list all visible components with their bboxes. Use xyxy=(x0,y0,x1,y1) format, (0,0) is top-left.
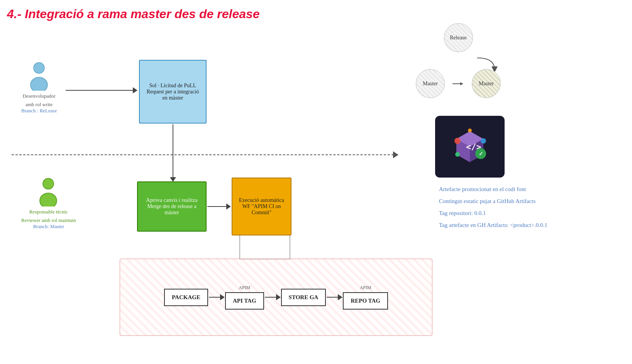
branch-diagram: Release Master Master xyxy=(416,23,501,98)
wf-step-1: PACKAGE xyxy=(164,289,208,306)
info-line-3: Tag repositori: 0.0.1 xyxy=(439,209,613,217)
reviewer-label2: Reviewer amb rol maintain xyxy=(21,217,76,223)
master-left-node: Master xyxy=(416,69,445,98)
info-line-2: Contingut estatic pujat a GitHub Artifac… xyxy=(439,197,613,205)
svg-point-3 xyxy=(40,193,57,207)
workflow-area: PACKAGE APIM API TAG STORE GA APIM REPO … xyxy=(120,259,432,336)
developer-figure: Desenvolupador amb rol write Branch : Re… xyxy=(21,62,57,114)
info-line-4: Tag artefacte en GH Artifacts: <product>… xyxy=(439,221,613,229)
wf-step-3: STORE GA xyxy=(281,289,326,306)
exec-box: Execució automàtica WF "APIM CI on Commi… xyxy=(232,178,291,235)
reviewer-label1: Responsable tècnic xyxy=(29,209,68,215)
apim-label-1: APIM xyxy=(239,285,250,291)
developer-label1: Desenvolupador xyxy=(23,93,56,99)
merge-box: Aprova canvis i realitza Merge des de re… xyxy=(137,181,207,232)
svg-point-14 xyxy=(481,138,486,144)
wf-store-ga-box: STORE GA xyxy=(281,289,326,306)
developer-icon xyxy=(29,62,50,91)
svg-point-13 xyxy=(454,138,461,144)
gh-actions-svg: </> ✓ xyxy=(447,124,493,170)
arrow-master-to-master xyxy=(452,80,464,88)
wf-step-2: APIM API TAG xyxy=(225,285,264,310)
master-right-node: Master xyxy=(472,69,501,98)
svg-point-1 xyxy=(30,77,47,91)
svg-point-0 xyxy=(34,63,44,73)
reviewer-icon xyxy=(38,178,59,207)
reviewer-figure: Responsable tècnic Reviewer amb rol main… xyxy=(21,178,76,230)
dashed-arrow xyxy=(393,151,398,158)
connector-left xyxy=(239,235,240,259)
reviewer-branch: Branch: Master xyxy=(33,223,64,230)
wf-api-tag-box: API TAG xyxy=(225,292,264,310)
arrow-dev-to-pr xyxy=(66,90,137,91)
arrow-pr-to-merge xyxy=(173,124,173,181)
svg-point-16 xyxy=(468,129,472,132)
connector-right xyxy=(290,235,290,259)
dashed-line xyxy=(12,154,398,155)
wf-arrow-2 xyxy=(265,297,280,298)
svg-marker-5 xyxy=(460,82,463,85)
wf-step-4: APIM REPO TAG xyxy=(343,285,388,310)
svg-point-15 xyxy=(455,152,460,157)
arrow-merge-to-exec xyxy=(207,206,230,207)
developer-label2: amb rol write xyxy=(25,102,53,108)
svg-point-2 xyxy=(43,178,54,189)
info-text-area: Artefacte promocionat en el codi font Co… xyxy=(439,185,613,233)
wf-package-box: PACKAGE xyxy=(164,289,208,306)
release-node: Release xyxy=(444,23,473,52)
wf-repo-tag-box: REPO TAG xyxy=(343,292,388,310)
wf-arrow-1 xyxy=(209,297,224,298)
svg-text:✓: ✓ xyxy=(479,151,483,157)
pr-box: Sol · Licitud de PuLL Request per a inte… xyxy=(139,60,207,124)
info-line-1: Artefacte promocionat en el codi font xyxy=(439,185,613,193)
github-actions-logo: </> ✓ xyxy=(435,116,505,178)
developer-branch: Branch : ReLease xyxy=(21,108,57,114)
apim-label-2: APIM xyxy=(360,285,371,291)
wf-arrow-3 xyxy=(327,297,342,298)
page-title: 4.- Integració a rama master des de rele… xyxy=(7,7,260,21)
